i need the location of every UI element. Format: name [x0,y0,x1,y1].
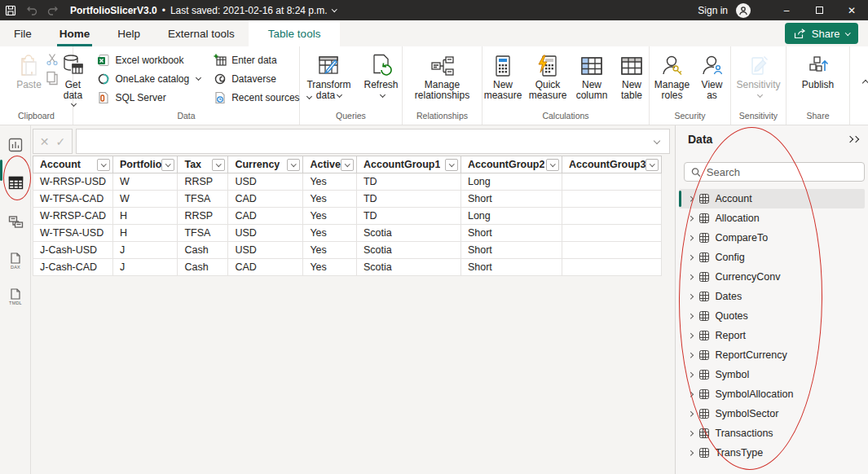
view-as-button[interactable]: View as [697,50,728,103]
table-cell[interactable] [562,225,661,242]
table-cell[interactable]: TFSA [178,225,228,242]
data-table-item-transtype[interactable]: TransType [679,443,865,463]
data-table-item-symbolallocation[interactable]: SymbolAllocation [679,384,865,404]
expand-chevron-icon[interactable] [688,294,693,299]
table-cell[interactable]: CAD [228,259,303,276]
data-table-item-dates[interactable]: Dates [679,287,865,306]
table-cell[interactable]: USD [228,173,303,191]
close-button[interactable]: ✕ [835,0,868,20]
tab-table-tools[interactable]: Table tools [249,20,341,46]
data-table-item-transactions[interactable]: Transactions [679,424,865,443]
data-table-item-reportcurrency[interactable]: ReportCurrency [679,345,865,365]
table-cell[interactable] [562,173,661,191]
table-cell[interactable]: Yes [303,242,357,259]
account-avatar-icon[interactable] [736,3,751,18]
table-cell[interactable]: Yes [303,225,357,242]
table-cell[interactable] [562,191,661,208]
expand-chevron-icon[interactable] [688,255,693,260]
share-button[interactable]: Share [785,23,858,44]
table-cell[interactable]: W-RRSP-USD [33,173,113,191]
table-row[interactable]: W-RRSP-USDWRRSPUSDYesTDLong [33,173,662,191]
excel-workbook-button[interactable]: Excel workbook [95,50,203,69]
table-cell[interactable]: W [113,191,178,208]
expand-chevron-icon[interactable] [688,235,693,240]
table-cell[interactable]: J-Cash-CAD [33,259,113,276]
column-filter-button[interactable] [341,159,354,171]
tab-home[interactable]: Home [46,20,104,46]
table-cell[interactable]: Cash [178,242,228,259]
table-row[interactable]: J-Cash-USDJCashUSDYesScotiaShort [33,242,662,259]
table-cell[interactable]: RRSP [178,173,228,191]
data-table-item-symbol[interactable]: Symbol [679,365,865,384]
data-table-item-config[interactable]: Config [679,248,865,267]
column-filter-button[interactable] [97,159,110,171]
table-cell[interactable]: Yes [303,208,357,225]
table-cell[interactable]: Cash [178,259,228,276]
column-header-active[interactable]: Active [303,156,357,173]
table-cell[interactable]: Scotia [356,225,460,242]
table-cell[interactable]: W-RRSP-CAD [33,208,113,225]
table-view-button[interactable] [0,166,31,199]
table-row[interactable]: W-RRSP-CADHRRSPCADYesTDLong [33,208,662,225]
table-cell[interactable]: Yes [303,259,357,276]
table-cell[interactable]: USD [228,242,303,259]
enter-data-button[interactable]: Enter data [211,50,313,69]
new-column-button[interactable]: New column [572,50,611,103]
table-cell[interactable]: H [113,208,178,225]
column-filter-button[interactable] [546,159,559,171]
maximize-button[interactable] [803,0,835,20]
data-table-item-allocation[interactable]: Allocation [679,208,865,228]
sql-server-button[interactable]: SQL Server [95,88,203,107]
column-filter-button[interactable] [161,159,174,171]
table-cell[interactable]: CAD [228,191,303,208]
table-cell[interactable]: Short [460,242,562,259]
table-cell[interactable] [562,259,661,276]
table-cell[interactable]: J [113,242,178,259]
table-cell[interactable]: W [113,173,178,191]
tab-file[interactable]: File [0,20,46,46]
table-cell[interactable]: Short [460,225,562,242]
tmdl-view-button[interactable]: TMDL [0,280,31,313]
expand-chevron-icon[interactable] [688,196,693,201]
table-cell[interactable]: CAD [228,208,303,225]
publish-button[interactable]: Publish [799,50,838,92]
table-cell[interactable]: Scotia [356,242,460,259]
window-title[interactable]: PortfolioSlicerV3.0 • Last saved: 2021-0… [70,5,336,16]
table-cell[interactable]: Long [460,208,562,225]
search-box[interactable] [684,162,865,182]
column-header-accountgroup1[interactable]: AccountGroup1 [356,156,460,173]
data-table-item-quotes[interactable]: Quotes [679,306,865,326]
onelake-catalog-button[interactable]: OneLake catalog [95,69,203,88]
table-row[interactable]: W-TFSA-USDHTFSAUSDYesScotiaShort [33,225,662,242]
refresh-button[interactable]: Refresh [363,50,400,100]
expand-chevron-icon[interactable] [688,392,693,397]
column-header-currency[interactable]: Currency [228,156,303,173]
column-filter-button[interactable] [445,159,458,171]
column-filter-button[interactable] [645,159,659,171]
report-view-button[interactable] [0,129,31,161]
data-table-item-currencyconv[interactable]: CurrencyConv [679,267,865,287]
table-cell[interactable] [562,208,661,225]
table-cell[interactable]: Short [460,259,562,276]
tab-help[interactable]: Help [104,20,154,46]
expand-chevron-icon[interactable] [688,274,693,279]
manage-roles-button[interactable]: Manage roles [653,50,692,103]
table-cell[interactable] [562,242,661,259]
minimize-button[interactable]: – [770,0,803,20]
tab-external-tools[interactable]: External tools [154,20,249,46]
table-cell[interactable]: USD [228,225,303,242]
dataverse-button[interactable]: Dataverse [211,69,313,88]
recent-sources-button[interactable]: Recent sources [211,88,313,107]
table-cell[interactable]: TFSA [178,191,228,208]
table-cell[interactable]: Scotia [356,259,460,276]
formula-expand-icon[interactable] [654,138,660,144]
expand-chevron-icon[interactable] [688,372,693,377]
search-input[interactable] [707,166,857,178]
model-view-button[interactable] [0,205,31,238]
formula-input[interactable] [76,129,670,154]
manage-relationships-button[interactable]: Manage relationships [407,50,478,103]
data-table-item-report[interactable]: Report [679,326,865,345]
expand-chevron-icon[interactable] [688,450,693,455]
table-cell[interactable]: Yes [303,191,357,208]
new-table-button[interactable]: New table [615,50,649,103]
